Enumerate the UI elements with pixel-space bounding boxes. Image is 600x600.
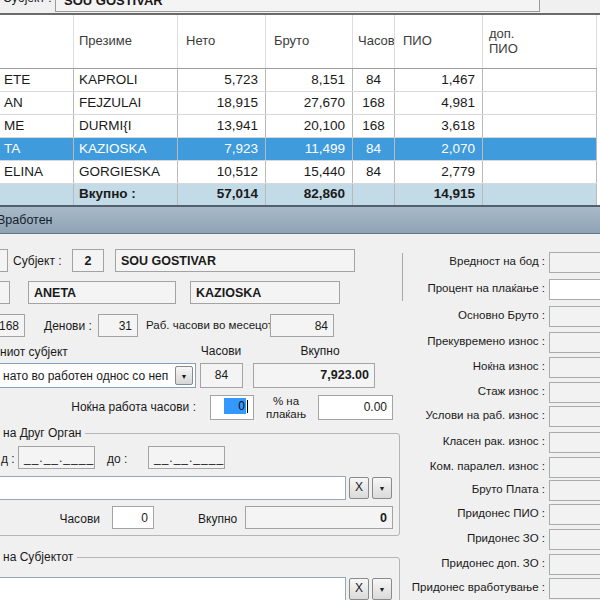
field-base-gross <box>549 306 600 327</box>
date-from-input[interactable]: __.__.____ <box>18 446 95 469</box>
field-work-conditions-amount <box>549 406 600 427</box>
employee-grid: Презиме Нето Бруто Часов ПИО доп. ПИО ET… <box>0 15 600 205</box>
field-night-amount <box>549 357 600 378</box>
col-header-name[interactable] <box>0 15 74 68</box>
cell-pio: 3,618 <box>395 115 483 137</box>
total-pio: 14,915 <box>395 184 483 205</box>
employment-relation-text: нато во работен однос со неп <box>3 369 168 383</box>
cell-neto: 13,941 <box>178 115 266 137</box>
employee-panel-titlebar: Вработен <box>0 207 600 234</box>
total-bruto: 82,860 <box>266 184 353 205</box>
label-class-mgmt-amount: Класен рак. износ : <box>245 435 545 447</box>
label-overtime-amount: Прекувремено износ : <box>245 335 545 347</box>
selected-text: 0 <box>224 398 246 414</box>
total-row: Вкупно : 57,014 82,860 14,915 <box>0 184 597 205</box>
field-seniority-amount <box>549 382 600 403</box>
field-dop-zo-contribution <box>549 554 600 575</box>
cell-hours: 168 <box>353 92 395 114</box>
payroll-app-window: Субјект : SOU GOSTIVAR Презиме Нето Брут… <box>0 0 600 600</box>
cell-pio: 4,981 <box>395 92 483 114</box>
label-com-parallel-amount: Ком. паралел. износ : <box>245 460 545 472</box>
table-row[interactable]: ETE KAPROLI 5,723 8,151 84 1,467 <box>0 69 597 92</box>
field-employment-contribution <box>549 578 600 599</box>
days-field: 31 <box>98 314 138 337</box>
col-header-hours[interactable]: Часов <box>353 15 395 68</box>
subject-group-legend: на Субјектот <box>0 550 77 564</box>
cell-hours: 168 <box>353 115 395 137</box>
cell-surname: FEJZULAI <box>74 92 178 114</box>
subject-code-field: 2 <box>72 249 104 272</box>
relation-hours-field: 84 <box>200 363 243 388</box>
cell-neto: 18,915 <box>178 92 266 114</box>
label-gross-salary: Бруто Плата : <box>245 483 545 495</box>
other-organ-hours-input[interactable]: 0 <box>112 506 154 529</box>
cell-surname: KAZIOSKA <box>74 138 178 160</box>
cell-neto: 5,723 <box>178 69 266 91</box>
total-empty <box>0 184 74 205</box>
first-name-field: ANETA <box>28 281 176 304</box>
hours-total-field: 168 <box>0 314 25 337</box>
label-dop-zo-contribution: Придонес доп. ЗО : <box>245 557 545 569</box>
field-pay-percent[interactable] <box>549 279 600 300</box>
col-header-pio[interactable]: ПИО <box>395 15 483 68</box>
subject-label-top: Субјект : <box>3 0 52 5</box>
cell-name: ETE <box>0 69 74 91</box>
cell-neto: 7,923 <box>178 138 266 160</box>
cell-pio: 2,070 <box>395 138 483 160</box>
employee-panel-title: Вработен <box>0 213 53 227</box>
cell-pio: 2,779 <box>395 161 483 183</box>
label-seniority-amount: Стаж износ : <box>245 385 545 397</box>
col-header-surname[interactable]: Презиме <box>74 15 178 68</box>
days-label: Денови : <box>44 319 92 333</box>
cell-bruto: 11,499 <box>266 138 353 160</box>
cell-name: TA <box>0 138 74 160</box>
cut-field-left-a <box>0 249 8 272</box>
cell-dop-pio <box>483 92 597 114</box>
col-header-bruto[interactable]: Бруто <box>266 15 353 68</box>
label-pay-percent: Процент на плаќање : <box>245 282 545 294</box>
cell-bruto: 15,440 <box>266 161 353 183</box>
other-organ-total-label: Вкупно <box>198 512 237 526</box>
col-header-neto[interactable]: Нето <box>178 15 266 68</box>
cell-bruto: 20,100 <box>266 115 353 137</box>
field-point-value <box>549 252 600 273</box>
total-neto: 57,014 <box>178 184 266 205</box>
chevron-down-icon[interactable]: ▼ <box>175 366 193 385</box>
cell-surname: GORGIESKA <box>74 161 178 183</box>
cell-neto: 10,512 <box>178 161 266 183</box>
employment-relation-dropdown[interactable]: нато во работен однос со неп ▼ <box>0 363 196 388</box>
label-base-gross: Основно Бруто : <box>245 309 545 321</box>
cut-field-left-b <box>0 281 10 304</box>
cell-name: ELINA <box>0 161 74 183</box>
subject-label: Субјект : <box>13 254 62 268</box>
total-label: Вкупно : <box>74 184 178 205</box>
table-row[interactable]: AN FEJZULAI 18,915 27,670 168 4,981 <box>0 92 597 115</box>
field-overtime-amount <box>549 332 600 353</box>
label-night-amount: Ноќна износ : <box>245 360 545 372</box>
total-hours <box>353 184 395 205</box>
cell-bruto: 8,151 <box>266 69 353 91</box>
cut-subject-label: ниот субјект <box>0 345 68 359</box>
label-point-value: Вредност на бод : <box>245 255 545 267</box>
cell-name: ME <box>0 115 74 137</box>
date-to-input[interactable]: __.__.____ <box>148 446 225 469</box>
table-row-selected[interactable]: TA KAZIOSKA 7,923 11,499 84 2,070 <box>0 138 597 161</box>
cell-surname: DURMI{I <box>74 115 178 137</box>
label-pio-contribution: Придонес ПИО : <box>245 507 545 519</box>
cell-dop-pio <box>483 115 597 137</box>
col-header-dop-pio[interactable]: доп. ПИО <box>483 15 597 68</box>
cell-name: AN <box>0 92 74 114</box>
field-pio-contribution <box>549 504 600 525</box>
cell-dop-pio <box>483 69 597 91</box>
grid-header-row: Презиме Нето Бруто Часов ПИО доп. ПИО <box>0 15 597 69</box>
cell-surname: KAPROLI <box>74 69 178 91</box>
table-row[interactable]: ME DURMI{I 13,941 20,100 168 3,618 <box>0 115 597 138</box>
hours-column-label: Часови <box>198 344 244 358</box>
cell-pio: 1,467 <box>395 69 483 91</box>
other-organ-hours-label: Часови <box>40 512 100 526</box>
table-row[interactable]: ELINA GORGIESKA 10,512 15,440 84 2,779 <box>0 161 597 184</box>
date-from-label: д : <box>1 452 15 466</box>
cell-dop-pio <box>483 138 597 160</box>
date-to-label: до : <box>107 452 127 466</box>
field-class-mgmt-amount <box>549 432 600 453</box>
